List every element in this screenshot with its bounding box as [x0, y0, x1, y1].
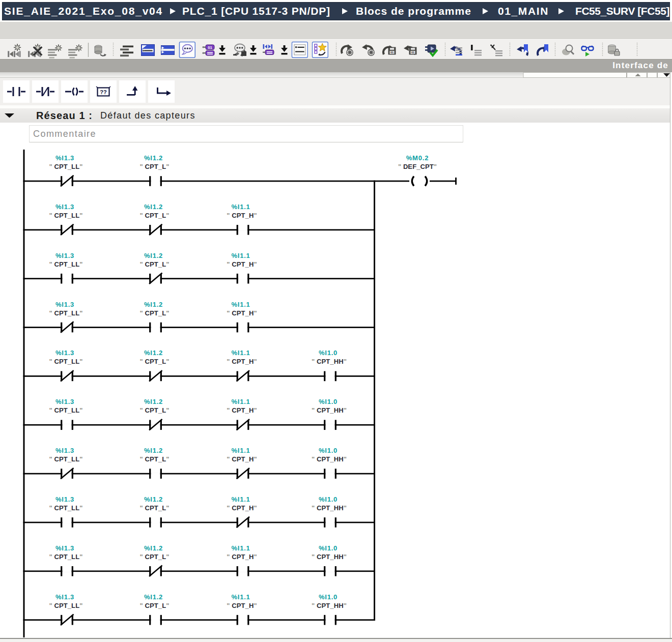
- svg-text:%I1.1: %I1.1: [231, 544, 250, 552]
- svg-text:%M0.2: %M0.2: [406, 154, 429, 162]
- svg-text:01: 01: [411, 51, 414, 54]
- svg-text:%I1.2: %I1.2: [144, 447, 163, 454]
- svg-text:%I1.2: %I1.2: [144, 593, 163, 601]
- svg-text:%I1.1: %I1.1: [231, 398, 250, 405]
- svg-text:??: ??: [100, 89, 107, 95]
- svg-text:" CPT_L": " CPT_L": [140, 406, 170, 414]
- svg-text:" CPT_L": " CPT_L": [140, 504, 170, 512]
- svg-text:" CPT_HH": " CPT_HH": [312, 455, 347, 463]
- svg-text:%I1.1: %I1.1: [231, 301, 250, 308]
- svg-text:" CPT_HH": " CPT_HH": [312, 553, 347, 561]
- svg-text:" CPT_L": " CPT_L": [140, 309, 170, 317]
- svg-text:%I1.0: %I1.0: [319, 593, 338, 601]
- svg-text:" CPT_L": " CPT_L": [140, 602, 170, 609]
- svg-text:%I1.3: %I1.3: [55, 203, 74, 211]
- svg-text:%I1.2: %I1.2: [144, 301, 163, 308]
- svg-text:%I1.1: %I1.1: [231, 593, 250, 601]
- svg-text:%I1.2: %I1.2: [144, 203, 163, 211]
- svg-text:%I1.3: %I1.3: [55, 544, 74, 552]
- svg-text:%I1.1: %I1.1: [231, 447, 250, 454]
- svg-text:" CPT_LL": " CPT_LL": [49, 358, 83, 365]
- svg-text:%I1.0: %I1.0: [319, 495, 338, 503]
- svg-text:%I1.3: %I1.3: [55, 252, 74, 259]
- svg-text:01: 01: [208, 45, 212, 50]
- svg-text:%I1.2: %I1.2: [144, 495, 163, 503]
- svg-text:" CPT_LL": " CPT_LL": [49, 553, 83, 561]
- svg-text:" DEF_CPT": " DEF_CPT": [398, 163, 437, 170]
- svg-text:%I1.2: %I1.2: [144, 544, 163, 552]
- svg-text:" CPT_HH": " CPT_HH": [312, 602, 347, 609]
- svg-text:%I1.3: %I1.3: [55, 447, 74, 454]
- svg-text:%I1.1: %I1.1: [231, 495, 250, 503]
- svg-text:" CPT_L": " CPT_L": [140, 553, 170, 561]
- svg-text:%I1.0: %I1.0: [319, 349, 338, 357]
- svg-text:" CPT_L": " CPT_L": [140, 212, 170, 219]
- svg-text:" CPT_L": " CPT_L": [140, 163, 170, 170]
- svg-text:%I1.3: %I1.3: [55, 593, 74, 601]
- svg-text:%I1.1: %I1.1: [231, 349, 250, 357]
- svg-text:" CPT_LL": " CPT_LL": [49, 212, 83, 219]
- svg-text:%I1.3: %I1.3: [55, 301, 74, 308]
- svg-text:01: 01: [390, 51, 394, 54]
- svg-text:%I1.1: %I1.1: [231, 252, 250, 259]
- svg-text:%I1.0: %I1.0: [319, 544, 338, 552]
- svg-text:" CPT_H": " CPT_H": [227, 455, 257, 463]
- svg-text:" CPT_H": " CPT_H": [227, 504, 257, 512]
- svg-text:%I1.3: %I1.3: [55, 398, 74, 405]
- svg-text:" CPT_HH": " CPT_HH": [312, 358, 347, 365]
- svg-text:" CPT_H": " CPT_H": [227, 260, 257, 268]
- svg-text:" CPT_H": " CPT_H": [227, 602, 257, 609]
- svg-text:%I1.1: %I1.1: [231, 203, 250, 211]
- svg-text:" CPT_L": " CPT_L": [140, 260, 170, 268]
- svg-text:" CPT_L": " CPT_L": [140, 358, 170, 365]
- svg-text:%I1.0: %I1.0: [319, 398, 338, 405]
- svg-text:%I1.2: %I1.2: [144, 398, 163, 405]
- svg-text:%I1.2: %I1.2: [144, 154, 163, 162]
- svg-text:" CPT_L": " CPT_L": [140, 455, 170, 463]
- svg-text:%I1.2: %I1.2: [144, 349, 163, 357]
- svg-text:%I1.0: %I1.0: [319, 447, 338, 454]
- svg-text:" CPT_H": " CPT_H": [227, 406, 257, 414]
- svg-text:" CPT_LL": " CPT_LL": [49, 260, 83, 268]
- svg-text:" CPT_HH": " CPT_HH": [312, 504, 347, 512]
- svg-text:" CPT_LL": " CPT_LL": [49, 504, 83, 512]
- svg-text:" CPT_LL": " CPT_LL": [49, 602, 83, 609]
- svg-text:" CPT_H": " CPT_H": [227, 358, 257, 365]
- svg-text:%I1.3: %I1.3: [55, 349, 74, 357]
- svg-text:" CPT_H": " CPT_H": [227, 309, 257, 317]
- svg-text:" CPT_LL": " CPT_LL": [49, 309, 83, 317]
- svg-text:" CPT_H": " CPT_H": [227, 553, 257, 561]
- svg-text:" CPT_LL": " CPT_LL": [49, 406, 83, 414]
- svg-text:%I1.3: %I1.3: [55, 495, 74, 503]
- svg-text:" CPT_LL": " CPT_LL": [49, 455, 83, 463]
- svg-text:%I1.2: %I1.2: [144, 252, 163, 259]
- svg-text:" CPT_HH": " CPT_HH": [312, 406, 347, 414]
- svg-text:" CPT_LL": " CPT_LL": [49, 163, 83, 170]
- svg-text:" CPT_H": " CPT_H": [227, 212, 257, 219]
- svg-text:%I1.3: %I1.3: [55, 154, 74, 162]
